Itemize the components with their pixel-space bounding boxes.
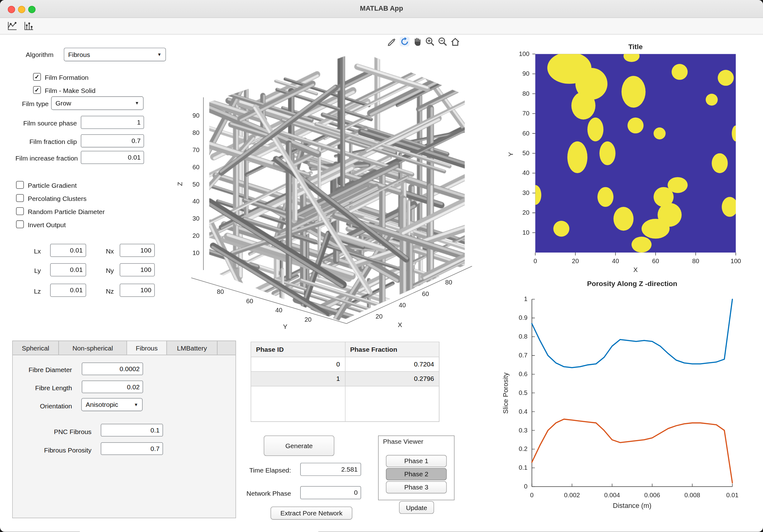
svg-text:0.6: 0.6 — [518, 371, 527, 377]
phase-3-button[interactable]: Phase 3 — [386, 481, 447, 493]
svg-text:10: 10 — [522, 229, 529, 236]
tab-lmbattery[interactable]: LMBattery — [166, 341, 218, 355]
phase-slice-map-chart: 020406080100102030405060708090100TitleXY — [501, 41, 744, 280]
tab-fibrous[interactable]: Fibrous — [126, 341, 167, 355]
nz-field[interactable] — [120, 284, 155, 297]
ny-field[interactable] — [120, 263, 155, 276]
phase-fraction-header: Phase Fraction — [345, 342, 439, 357]
zoom-in-icon[interactable] — [425, 37, 435, 47]
nx-field[interactable] — [120, 244, 155, 257]
lx-label: Lx — [24, 247, 41, 255]
lx-field[interactable] — [50, 244, 86, 257]
particle-gradient-checkbox[interactable]: ✓ — [16, 181, 24, 189]
svg-text:70: 70 — [192, 147, 199, 153]
network-phase-field[interactable] — [300, 486, 361, 499]
zoom-out-icon[interactable] — [438, 37, 448, 47]
fibrous-porosity-label: Fibrous Porosity — [28, 446, 91, 454]
nz-label: Nz — [97, 287, 114, 295]
restore-view-home-icon[interactable] — [450, 37, 460, 47]
figure-toolbar — [0, 18, 763, 35]
phase-fraction-cell: 0.7204 — [345, 357, 439, 371]
algorithm-dropdown[interactable]: Fibrous ▼ — [64, 48, 166, 61]
svg-text:60: 60 — [246, 298, 253, 304]
porosity-line-chart: 00.0020.0040.0060.0080.0100.10.20.30.40.… — [495, 271, 756, 525]
film-source-phase-field[interactable] — [81, 116, 144, 129]
svg-text:80: 80 — [192, 129, 199, 136]
algorithm-value: Fibrous — [68, 51, 90, 58]
table-header-row: Phase ID Phase Fraction — [251, 342, 439, 357]
phase-fraction-table: Phase ID Phase Fraction 0 0.7204 1 0.279… — [251, 342, 439, 422]
table-row[interactable]: 0 0.7204 — [251, 357, 439, 372]
svg-text:0.002: 0.002 — [564, 492, 580, 498]
random-particle-diameter-checkbox[interactable]: ✓ — [16, 207, 24, 215]
plot-tool-icon-1[interactable] — [6, 21, 18, 32]
svg-text:100: 100 — [519, 51, 529, 57]
film-formation-checkbox[interactable]: ✓ — [33, 73, 41, 81]
svg-text:0.008: 0.008 — [685, 492, 701, 498]
phase-fraction-cell: 0.2796 — [345, 372, 439, 386]
lz-field[interactable] — [50, 284, 86, 297]
tab-non-spherical[interactable]: Non-spherical — [58, 341, 127, 355]
random-particle-diameter-label: Random Particle Diameter — [28, 208, 145, 216]
ly-field[interactable] — [50, 263, 86, 276]
svg-text:0.3: 0.3 — [518, 427, 527, 434]
extract-pore-network-button[interactable]: Extract Pore Network — [271, 507, 352, 520]
plot-tool-icon-2[interactable] — [23, 21, 35, 32]
svg-text:50: 50 — [192, 181, 199, 188]
svg-text:30: 30 — [522, 189, 529, 196]
svg-text:20: 20 — [376, 313, 382, 320]
film-make-solid-checkbox[interactable]: ✓ — [33, 86, 41, 94]
ly-label: Ly — [24, 266, 41, 275]
matlab-app-window: MATLAB App Algorithm Fibrous ▼ ✓ Film Fo… — [0, 0, 763, 532]
edit-plot-icon[interactable] — [387, 37, 397, 47]
empty-cell — [251, 386, 345, 422]
percolating-clusters-checkbox[interactable]: ✓ — [16, 194, 24, 202]
svg-text:50: 50 — [522, 150, 529, 157]
film-increase-fraction-field[interactable] — [81, 151, 144, 164]
phase-viewer-title: Phase Viewer — [383, 438, 423, 445]
svg-text:40: 40 — [275, 307, 282, 314]
update-button[interactable]: Update — [399, 501, 434, 514]
svg-text:40: 40 — [522, 169, 529, 176]
svg-text:70: 70 — [522, 110, 529, 117]
orientation-dropdown[interactable]: Anisotropic ▼ — [81, 398, 143, 411]
phase-1-button[interactable]: Phase 1 — [386, 455, 447, 467]
film-make-solid-label: Film - Make Solid — [45, 87, 142, 95]
svg-text:20: 20 — [522, 209, 529, 216]
svg-text:0.7: 0.7 — [518, 352, 527, 359]
table-empty-area — [251, 386, 439, 422]
svg-text:X: X — [398, 321, 402, 328]
time-elapsed-label: Time Elapsed: — [219, 466, 291, 475]
fibrous-porosity-field[interactable] — [101, 442, 163, 455]
window-title: MATLAB App — [0, 4, 763, 12]
fibre-diameter-label: Fibre Diameter — [14, 366, 72, 374]
table-row[interactable]: 1 0.2796 — [251, 372, 439, 386]
microstructure-3d-axes: 1020304050607080902040608020406080ZYX — [175, 39, 482, 331]
svg-text:0: 0 — [530, 492, 534, 498]
phase-id-header: Phase ID — [251, 342, 345, 357]
algorithm-label: Algorithm — [14, 51, 54, 59]
chevron-down-icon: ▼ — [134, 402, 138, 407]
film-fraction-clip-field[interactable] — [81, 134, 144, 148]
pnc-fibrous-field[interactable] — [101, 424, 163, 436]
svg-text:80: 80 — [522, 90, 529, 97]
film-formation-label: Film Formation — [45, 73, 142, 82]
tab-spherical[interactable]: Spherical — [12, 341, 59, 355]
generate-button[interactable]: Generate — [264, 436, 334, 456]
svg-text:80: 80 — [692, 258, 699, 265]
svg-text:60: 60 — [522, 130, 529, 137]
svg-text:0.9: 0.9 — [518, 314, 527, 321]
titlebar: MATLAB App — [0, 0, 763, 18]
film-type-value: Grow — [55, 99, 71, 107]
particle-gradient-label: Particle Gradient — [28, 181, 135, 190]
film-type-dropdown[interactable]: Grow ▼ — [51, 96, 143, 110]
fibre-length-field[interactable] — [82, 380, 143, 393]
svg-text:20: 20 — [192, 232, 199, 239]
time-elapsed-field[interactable] — [300, 463, 361, 476]
svg-text:Distance (m): Distance (m) — [613, 502, 651, 509]
invert-output-checkbox[interactable]: ✓ — [16, 220, 24, 228]
phase-2-button[interactable]: Phase 2 — [386, 468, 447, 480]
fibre-diameter-field[interactable] — [82, 363, 143, 375]
pan-hand-icon[interactable] — [412, 37, 422, 47]
rotate-3d-icon[interactable] — [400, 37, 410, 47]
